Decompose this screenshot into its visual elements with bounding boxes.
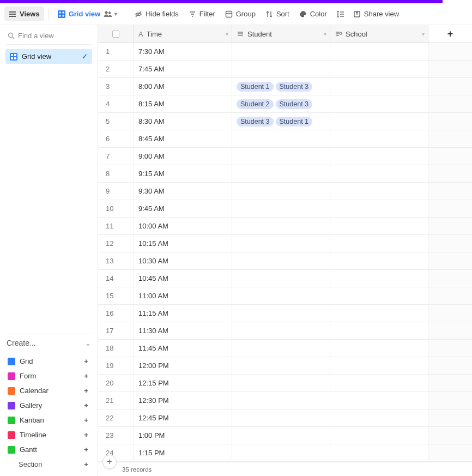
create-gallery-view[interactable]: Gallery + — [5, 398, 92, 413]
cell-time[interactable]: 9:00 AM — [134, 148, 232, 165]
cell-time[interactable]: 8:00 AM — [134, 78, 232, 95]
cell-school[interactable] — [330, 43, 428, 60]
cell-time[interactable]: 11:30 AM — [134, 322, 232, 339]
cell-student[interactable] — [232, 130, 330, 147]
student-tag[interactable]: Student 1 — [237, 82, 274, 92]
cell-time[interactable]: 8:30 AM — [134, 113, 232, 130]
table-row[interactable]: 1711:30 AM — [98, 322, 472, 340]
cell-student[interactable] — [232, 357, 330, 374]
chevron-down-icon[interactable]: ▾ — [226, 31, 228, 37]
cell-student[interactable] — [232, 375, 330, 391]
cell-student[interactable]: Student 2Student 3 — [232, 95, 330, 112]
row-height-button[interactable] — [332, 7, 348, 21]
views-toggle[interactable]: Views — [4, 7, 44, 21]
table-row[interactable]: 1912:00 PM — [98, 357, 472, 375]
create-form-view[interactable]: Form + — [5, 369, 92, 383]
cell-student[interactable] — [232, 409, 330, 426]
cell-time[interactable]: 8:45 AM — [134, 130, 232, 147]
cell-school[interactable] — [330, 392, 428, 409]
cell-student[interactable] — [232, 270, 330, 287]
cell-time[interactable]: 10:15 AM — [134, 235, 232, 252]
add-column-button[interactable]: + — [428, 25, 472, 43]
table-row[interactable]: 27:45 AM — [98, 61, 472, 78]
table-row[interactable]: 1511:00 AM — [98, 287, 472, 305]
cell-student[interactable] — [232, 340, 330, 357]
cell-time[interactable]: 7:45 AM — [134, 61, 232, 77]
cell-time[interactable]: 8:15 AM — [134, 95, 232, 112]
cell-time[interactable]: 10:30 AM — [134, 252, 232, 269]
table-row[interactable]: 1210:15 AM — [98, 235, 472, 252]
table-row[interactable]: 89:15 AM — [98, 165, 472, 183]
cell-school[interactable] — [330, 113, 428, 130]
student-tag[interactable]: Student 3 — [237, 117, 274, 126]
table-row[interactable]: 38:00 AMStudent 1Student 3 — [98, 78, 472, 95]
cell-school[interactable] — [330, 200, 428, 217]
cell-student[interactable] — [232, 305, 330, 322]
select-all-header[interactable] — [98, 25, 134, 43]
hide-fields-button[interactable]: Hide fields — [130, 7, 183, 21]
cell-time[interactable]: 11:45 AM — [134, 340, 232, 357]
current-view-button[interactable]: Grid view ▾ — [53, 7, 122, 21]
cell-time[interactable]: 11:00 AM — [134, 287, 232, 304]
table-row[interactable]: 48:15 AMStudent 2Student 3 — [98, 95, 472, 113]
table-row[interactable]: 1811:45 AM — [98, 340, 472, 357]
add-row-button[interactable]: + — [102, 455, 117, 469]
cell-school[interactable] — [330, 148, 428, 165]
table-row[interactable]: 17:30 AM — [98, 43, 472, 61]
cell-student[interactable] — [232, 322, 330, 339]
cell-school[interactable] — [330, 235, 428, 252]
cell-student[interactable] — [232, 183, 330, 200]
chevron-down-icon[interactable]: ▾ — [324, 31, 326, 37]
table-row[interactable]: 99:30 AM — [98, 183, 472, 200]
cell-time[interactable]: 9:15 AM — [134, 165, 232, 182]
table-row[interactable]: 2012:15 PM — [98, 375, 472, 392]
cell-school[interactable] — [330, 357, 428, 374]
cell-student[interactable] — [232, 218, 330, 234]
cell-school[interactable] — [330, 322, 428, 339]
table-row[interactable]: 109:45 AM — [98, 200, 472, 218]
table-row[interactable]: 2112:30 PM — [98, 392, 472, 409]
cell-student[interactable] — [232, 61, 330, 77]
cell-time[interactable]: 12:00 PM — [134, 357, 232, 374]
share-view-button[interactable]: Share view — [349, 7, 403, 21]
filter-button[interactable]: Filter — [184, 7, 220, 21]
cell-time[interactable]: 12:30 PM — [134, 392, 232, 409]
cell-school[interactable] — [330, 252, 428, 269]
cell-student[interactable] — [232, 392, 330, 409]
color-button[interactable]: Color — [295, 7, 331, 21]
cell-school[interactable] — [330, 427, 428, 444]
table-row[interactable]: 1310:30 AM — [98, 252, 472, 270]
cell-time[interactable]: 9:30 AM — [134, 183, 232, 200]
table-row[interactable]: 231:00 PM — [98, 427, 472, 444]
table-row[interactable]: 1611:15 AM — [98, 305, 472, 322]
cell-time[interactable]: 9:45 AM — [134, 200, 232, 217]
cell-school[interactable] — [330, 305, 428, 322]
cell-student[interactable] — [232, 43, 330, 60]
create-section[interactable]: Section + — [5, 457, 92, 472]
cell-school[interactable] — [330, 61, 428, 77]
cell-time[interactable]: 12:45 PM — [134, 409, 232, 426]
create-grid-view[interactable]: Grid + — [5, 354, 92, 369]
cell-time[interactable]: 1:00 PM — [134, 427, 232, 444]
create-timeline-view[interactable]: Timeline + — [5, 427, 92, 442]
cell-school[interactable] — [330, 130, 428, 147]
column-header-student[interactable]: Student ▾ — [232, 25, 330, 43]
cell-student[interactable] — [232, 252, 330, 269]
cell-school[interactable] — [330, 95, 428, 112]
table-row[interactable]: 58:30 AMStudent 3Student 1 — [98, 113, 472, 130]
cell-school[interactable] — [330, 444, 428, 461]
cell-time[interactable]: 10:45 AM — [134, 270, 232, 287]
cell-time[interactable]: 7:30 AM — [134, 43, 232, 60]
cell-time[interactable]: 12:15 PM — [134, 375, 232, 391]
table-row[interactable]: 241:15 PM — [98, 444, 472, 462]
cell-school[interactable] — [330, 409, 428, 426]
group-button[interactable]: Group — [221, 7, 260, 21]
cell-school[interactable] — [330, 287, 428, 304]
cell-school[interactable] — [330, 375, 428, 391]
cell-student[interactable] — [232, 427, 330, 444]
student-tag[interactable]: Student 2 — [237, 99, 274, 109]
table-row[interactable]: 2212:45 PM — [98, 409, 472, 427]
table-row[interactable]: 79:00 AM — [98, 148, 472, 165]
cell-student[interactable]: Student 3Student 1 — [232, 113, 330, 130]
cell-student[interactable]: Student 1Student 3 — [232, 78, 330, 95]
